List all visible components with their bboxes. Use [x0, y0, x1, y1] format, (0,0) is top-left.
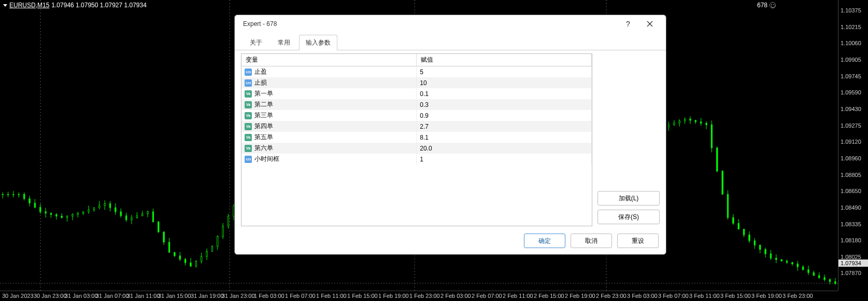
- close-button[interactable]: [639, 17, 661, 31]
- svg-rect-32: [72, 215, 73, 216]
- integer-icon: [245, 79, 252, 87]
- svg-rect-68: [168, 242, 169, 253]
- param-row[interactable]: 第三单0.9: [241, 110, 592, 121]
- svg-rect-90: [227, 216, 229, 226]
- time-tick: 2 Feb 15:00: [534, 293, 564, 299]
- price-tick: 1.09120: [841, 139, 861, 145]
- param-row[interactable]: 第一单0.1: [241, 88, 592, 99]
- col-variable[interactable]: 变量: [241, 54, 417, 66]
- ok-button[interactable]: 确定: [524, 234, 565, 248]
- dialog-titlebar[interactable]: Expert - 678: [235, 15, 666, 33]
- param-name: 第三单: [254, 111, 273, 120]
- svg-rect-260: [684, 119, 685, 121]
- param-value[interactable]: 8.1: [417, 132, 592, 143]
- col-value[interactable]: 赋值: [417, 54, 592, 66]
- svg-rect-44: [104, 203, 105, 206]
- svg-rect-8: [7, 194, 8, 195]
- svg-rect-38: [88, 210, 89, 212]
- cancel-button[interactable]: 取消: [571, 234, 612, 248]
- param-value[interactable]: 0.1: [417, 88, 592, 99]
- dialog-title: Expert - 678: [243, 20, 277, 28]
- help-button[interactable]: [617, 17, 639, 31]
- svg-rect-268: [706, 124, 707, 125]
- svg-rect-20: [40, 208, 41, 212]
- svg-rect-256: [674, 123, 675, 125]
- price-tick: 1.09905: [841, 57, 861, 63]
- load-button[interactable]: 加载(L): [597, 191, 660, 206]
- time-tick: 2 Feb 07:00: [472, 293, 502, 299]
- time-tick: 3 Feb 15:00: [720, 293, 751, 299]
- svg-rect-300: [792, 263, 793, 264]
- param-value[interactable]: 2.7: [417, 121, 592, 132]
- time-tick: 1 Feb 19:00: [378, 293, 409, 299]
- svg-rect-70: [174, 252, 175, 256]
- svg-rect-40: [93, 208, 94, 210]
- svg-rect-274: [722, 171, 723, 195]
- svg-rect-270: [711, 125, 712, 148]
- params-grid[interactable]: 变量 赋值 止盈5止损10第一单0.1第二单0.3第三单0.9第四单2.7第五单…: [241, 53, 592, 226]
- svg-rect-56: [136, 216, 137, 218]
- param-row[interactable]: 止损10: [241, 77, 592, 88]
- dialog-tabs: 关于常用输入参数: [235, 33, 666, 50]
- tab-2[interactable]: 输入参数: [299, 35, 337, 50]
- param-name: 第四单: [254, 122, 273, 131]
- svg-rect-66: [163, 232, 164, 242]
- time-axis[interactable]: 30 Jan 202330 Jan 23:0031 Jan 03:0031 Ja…: [0, 291, 838, 301]
- svg-rect-16: [29, 199, 30, 203]
- svg-rect-278: [733, 217, 734, 223]
- param-value[interactable]: 10: [417, 77, 592, 88]
- time-tick: 1 Feb 03:00: [254, 293, 284, 299]
- svg-rect-302: [797, 264, 798, 267]
- price-scale[interactable]: 1.103751.102151.100601.099051.097451.095…: [838, 0, 868, 291]
- param-row[interactable]: 第四单2.7: [241, 121, 592, 132]
- svg-rect-54: [131, 218, 132, 220]
- svg-rect-36: [82, 212, 83, 213]
- svg-rect-76: [190, 263, 191, 266]
- reset-button[interactable]: 重设: [617, 234, 659, 248]
- svg-rect-282: [743, 229, 744, 235]
- time-tick: 31 Jan 19:00: [191, 293, 224, 299]
- param-row[interactable]: 第二单0.3: [241, 99, 592, 110]
- svg-rect-80: [201, 256, 202, 262]
- svg-rect-298: [786, 261, 787, 263]
- svg-rect-62: [152, 212, 153, 222]
- svg-rect-262: [690, 119, 691, 120]
- param-name: 小时间框: [254, 155, 279, 163]
- svg-rect-316: [835, 282, 836, 284]
- svg-rect-276: [727, 194, 728, 217]
- param-row[interactable]: 第六单20.0: [241, 143, 592, 154]
- time-tick: 31 Jan 11:00: [127, 293, 160, 299]
- param-row[interactable]: 小时间框1: [241, 154, 592, 165]
- tab-0[interactable]: 关于: [243, 35, 269, 50]
- param-name: 第五单: [254, 133, 273, 142]
- param-value[interactable]: 1: [417, 154, 592, 165]
- svg-rect-72: [179, 256, 180, 259]
- time-tick: 1 Feb 07:00: [285, 293, 316, 299]
- svg-rect-312: [824, 278, 825, 280]
- time-tick: 1 Feb 11:00: [316, 293, 347, 299]
- close-icon: [647, 21, 653, 27]
- price-tick: 1.09745: [841, 73, 861, 79]
- time-tick: 30 Jan 23:00: [34, 293, 67, 299]
- param-value[interactable]: 5: [417, 66, 592, 78]
- tab-1[interactable]: 常用: [271, 35, 297, 50]
- svg-rect-42: [99, 206, 100, 208]
- double-icon: [245, 101, 252, 108]
- double-icon: [245, 112, 252, 119]
- svg-rect-264: [695, 120, 696, 122]
- param-value[interactable]: 0.9: [417, 110, 592, 121]
- param-value[interactable]: 20.0: [417, 143, 592, 154]
- svg-rect-286: [754, 241, 755, 245]
- param-row[interactable]: 止盈5: [241, 66, 592, 78]
- price-tick: 1.10375: [841, 7, 861, 13]
- svg-rect-82: [206, 252, 207, 257]
- param-name: 第六单: [254, 144, 273, 153]
- time-tick: 3 Feb 11:00: [689, 293, 720, 299]
- svg-rect-48: [115, 208, 116, 212]
- save-button[interactable]: 保存(S): [597, 210, 660, 224]
- param-value[interactable]: 0.3: [417, 99, 592, 110]
- price-tick: 1.09590: [841, 89, 861, 95]
- time-tick: 1 Feb 15:00: [347, 293, 378, 299]
- param-row[interactable]: 第五单8.1: [241, 132, 592, 143]
- time-tick: 3 Feb 07:00: [658, 293, 689, 299]
